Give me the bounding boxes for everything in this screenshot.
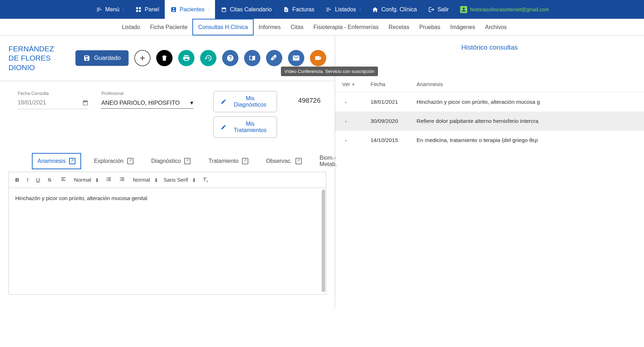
add-button[interactable] (134, 50, 151, 66)
topbar: Menú › Panel Pacientes › Citas Calendari… (0, 0, 644, 19)
right-pane: Histórico consultas Ver + Fecha Anamnesi… (335, 36, 644, 309)
nav-pacientes-label: Pacientes (180, 6, 204, 13)
open-external-icon (295, 158, 302, 164)
menu-icon (96, 6, 102, 13)
underline-button[interactable]: U (35, 176, 41, 183)
open-external-icon (69, 158, 75, 164)
chevron-down-icon: ▾ (190, 99, 193, 106)
subnav-consultas[interactable]: Consultas H.Clínica (192, 19, 254, 35)
col-ver: Ver + (342, 81, 371, 87)
save-button-label: Guardado (94, 55, 121, 62)
svg-rect-1 (139, 7, 141, 9)
nav-config-label: Confg. Clínica (381, 6, 417, 13)
subnav-listado[interactable]: Listado (117, 19, 145, 35)
plus-icon (139, 54, 146, 62)
invoice-icon (283, 6, 289, 13)
col-fecha: Fecha (371, 81, 417, 87)
pencil-icon (221, 98, 226, 105)
history-row[interactable]: › 30/09/2020 Refiere dolor palpitante al… (335, 112, 644, 131)
nav-facturas[interactable]: Facturas (277, 0, 320, 19)
clear-format-button[interactable]: T× (202, 176, 210, 184)
nav-salir[interactable]: Salir (423, 0, 454, 19)
chevron-right-icon: › (342, 138, 371, 143)
subnav-archivos[interactable]: Archivos (480, 19, 512, 35)
nav-config[interactable]: Confg. Clínica (366, 0, 423, 19)
subnav-informes[interactable]: Informes (254, 19, 286, 35)
editor-content: Hinchazón y picor con prúrito, alteració… (15, 195, 147, 201)
fecha-label: Fecha Consulta (18, 91, 89, 96)
scrollbar[interactable] (322, 189, 325, 292)
print-button[interactable] (178, 50, 194, 66)
svg-rect-2 (136, 10, 138, 12)
row-date: 14/10/2015 (371, 137, 417, 143)
row-anam: En medicina, tratamiento o terapia (del … (417, 137, 644, 143)
tab-tratamiento[interactable]: Tratamiento (203, 154, 253, 169)
open-external-icon (242, 158, 248, 164)
history-row[interactable]: › 18/01/2021 Hinchazón y picor con prúri… (335, 92, 644, 112)
nav-citas[interactable]: Citas Calendario (215, 0, 277, 19)
profesional-label: Profesional (101, 91, 193, 96)
tab-diagnostico[interactable]: Diagnóstico (146, 154, 196, 169)
heading-select[interactable]: Normal ▴▾ (74, 177, 98, 183)
video-button[interactable] (310, 50, 326, 66)
tab-anamnesis[interactable]: Anamnesis (32, 153, 81, 169)
nav-pacientes[interactable]: Pacientes › (165, 0, 215, 19)
email-button[interactable] (288, 50, 304, 66)
profesional-select[interactable]: ANEO PARIOLO, HIPOSFITO ▾ (101, 98, 193, 109)
bold-button[interactable]: B (14, 176, 21, 183)
user-email[interactable]: historiasclinicasinternet@gmail.com (454, 0, 555, 19)
save-button[interactable]: Guardado (75, 50, 129, 66)
row-date: 30/09/2020 (371, 118, 417, 124)
bandage-button[interactable] (266, 50, 282, 66)
bandage-icon (270, 54, 278, 62)
editor-textarea[interactable]: Hinchazón y picor con prúrito, alteració… (9, 188, 326, 294)
tab-observac[interactable]: Observac. (261, 154, 307, 169)
sort-icon: ▴▾ (96, 177, 98, 182)
fecha-input[interactable]: 18/01/2021 (18, 98, 89, 109)
row-anam: Refiere dolor palpitante alterno hemisfe… (417, 118, 644, 124)
sort-icon: ▴▾ (193, 177, 195, 182)
subnav-fisio[interactable]: Fisioterapia - Enfermerías (309, 19, 384, 35)
subnav-imagenes[interactable]: Imágenes (445, 19, 480, 35)
mis-tratamientos-button[interactable]: Mis Tratamientos (213, 116, 277, 138)
nav-panel-label: Panel (145, 6, 159, 13)
nav-menu-label: Menú (105, 6, 119, 13)
home-icon (372, 6, 378, 13)
history-icon (204, 54, 212, 62)
exit-icon (428, 6, 435, 13)
subnav-citas[interactable]: Citas (286, 19, 308, 35)
tab-observac-label: Observac. (266, 158, 292, 164)
calendar-icon (82, 99, 89, 106)
help-button[interactable] (222, 50, 238, 66)
mis-diagnosticos-button[interactable]: Mis Diagnósticos (213, 91, 277, 112)
chevron-right-icon: › (359, 7, 361, 11)
col-anamnesis: Anamnesis (417, 81, 644, 87)
size-select[interactable]: Normal ▴▾ (133, 177, 157, 183)
tab-exploracion[interactable]: Exploración (89, 154, 139, 169)
history-button[interactable] (200, 50, 216, 66)
delete-button[interactable] (156, 50, 173, 66)
italic-button[interactable]: I (26, 176, 30, 183)
history-row[interactable]: › 14/10/2015 En medicina, tratamiento o … (335, 131, 644, 150)
nav-listados[interactable]: Listados › (320, 0, 366, 19)
subnav-recetas[interactable]: Recetas (384, 19, 414, 35)
row-date: 18/01/2021 (371, 99, 417, 105)
strike-button[interactable]: S (46, 176, 53, 183)
tab-row: Anamnesis Exploración Diagnóstico Tratam… (32, 150, 335, 172)
chevron-right-icon: › (122, 7, 124, 11)
book-button[interactable] (244, 50, 260, 66)
svg-rect-0 (136, 7, 138, 9)
row-anam: Hinchazón y picor con prúrito, alteració… (417, 99, 644, 105)
list-icon (326, 6, 332, 13)
align-button[interactable] (59, 176, 68, 184)
bullet-list-button[interactable] (118, 176, 126, 184)
nav-panel[interactable]: Panel (130, 0, 165, 19)
subnav-pruebas[interactable]: Pruebas (414, 19, 445, 35)
nav-menu[interactable]: Menú › (90, 0, 130, 19)
ordered-list-button[interactable] (104, 176, 113, 184)
video-tooltip: Vídeo Conferencia. Servicio con suscripc… (281, 67, 378, 76)
subnav-ficha[interactable]: Ficha Paciente (145, 19, 193, 35)
open-external-icon (184, 158, 191, 164)
font-select[interactable]: Sans Serif ▴▾ (164, 177, 195, 183)
fecha-value: 18/01/2021 (18, 99, 46, 106)
